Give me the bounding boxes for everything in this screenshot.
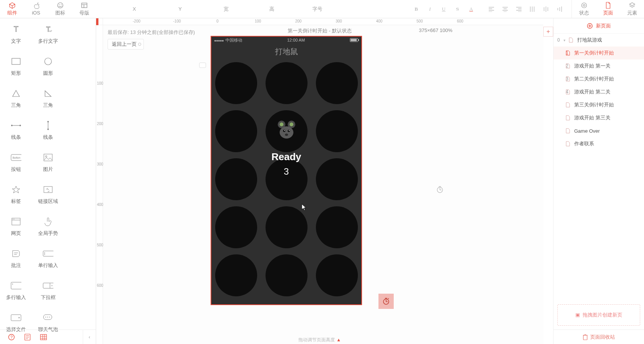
page-label: Game Over [574,128,600,134]
component-web[interactable]: 网页 [0,211,32,243]
notes-icon[interactable] [24,333,31,341]
cube-icon [9,2,16,9]
text-icon: T [11,24,21,35]
hole[interactable] [316,206,358,248]
add-page-tab[interactable]: + [543,27,553,37]
component-tri[interactable]: 三角 [0,82,32,114]
component-textarea[interactable]: 多行输入 [0,275,32,307]
drop-zone[interactable]: ▣ 拖拽图片创建新页 [557,304,640,326]
component-line2[interactable]: 线条 [32,114,64,146]
hole[interactable] [215,110,257,152]
underline-button[interactable]: U [440,6,447,12]
hole[interactable] [316,254,358,296]
circle-icon [43,56,53,67]
grid-icon[interactable] [40,333,47,341]
svg-rect-24 [11,282,21,289]
hole[interactable] [215,158,257,200]
hole[interactable] [215,62,257,104]
collapse-left-button[interactable]: ‹ [83,330,96,344]
page-row[interactable]: 1第一关倒计时开始 [554,47,644,59]
page-file-icon [566,50,572,56]
align-right-button[interactable] [516,6,523,12]
timer-float-icon[interactable] [436,185,444,194]
component-linkarea[interactable]: 链接区域 [32,178,64,211]
svg-rect-3 [82,3,87,8]
button-icon: Button [11,152,21,163]
top-tab-masters[interactable]: 母版 [72,0,96,18]
page-row[interactable]: 0▾打地鼠游戏 [554,34,644,47]
top-tab-icons[interactable]: 图标 [48,0,72,18]
page-row[interactable]: Game Over [554,124,644,137]
distribute-3-button[interactable] [557,6,564,12]
hole[interactable] [266,62,308,104]
svg-point-47 [284,130,285,131]
component-annot[interactable]: 批注 [0,243,32,275]
canvas-area[interactable]: -200-1000100200300400500600 100200300400… [96,18,543,344]
coord-w: 宽 [211,6,241,13]
svg-point-18 [45,156,47,157]
align-center-button[interactable] [502,6,509,12]
hole[interactable] [266,254,308,296]
hole[interactable] [266,158,308,200]
component-line[interactable]: 线条 [0,114,32,146]
textarea-icon [11,280,21,291]
component-button[interactable]: Button按钮 [0,146,32,178]
component-image[interactable]: 图片 [32,146,64,178]
top-tab-ios[interactable]: iOS [24,0,48,18]
component-input[interactable]: 单行输入 [32,243,64,275]
hole[interactable] [316,158,358,200]
ruler-horizontal[interactable]: -200-1000100200300400500600 [103,18,543,25]
hole[interactable] [215,254,257,296]
help-icon[interactable]: ? [8,333,15,341]
coord-y: Y [165,6,195,12]
svg-rect-9 [12,58,20,64]
page-row[interactable]: 2游戏开始 第一关 [554,59,644,72]
component-text[interactable]: T文字 [0,18,32,50]
ruler-vertical[interactable]: 100200300400500600 [96,25,103,344]
strike-button[interactable]: S [454,6,461,12]
device-frame[interactable]: 中国移动 12:00 AM 打地鼠 Ready 3 [211,36,362,305]
component-circle[interactable]: 圆形 [32,50,64,82]
svg-point-42 [280,122,283,126]
back-button[interactable]: 返回上一页 [108,39,144,50]
right-tab-state[interactable]: 状态 [572,0,596,18]
page-row[interactable]: 作者联系 [554,137,644,150]
component-tag[interactable]: 标签 [0,178,32,211]
trash-icon [583,334,588,340]
svg-point-45 [283,130,285,132]
component-gesture[interactable]: 全局手势 [32,211,64,243]
component-multitext[interactable]: T↵多行文字 [32,18,64,50]
recycle-bin-button[interactable]: 页面回收站 [554,330,644,344]
hole[interactable] [215,206,257,248]
hole[interactable] [316,110,358,152]
page-row[interactable]: 3第二关倒计时开始 [554,72,644,85]
page-file-icon [566,63,572,69]
component-select[interactable]: 下拉框 [32,275,64,307]
distribute-2-button[interactable] [543,6,550,12]
text-color-button[interactable]: A [468,6,475,12]
hole[interactable] [316,62,358,104]
file-icon [11,312,21,323]
pages-panel: 新页面 0▾打地鼠游戏1第一关倒计时开始2游戏开始 第一关3第二关倒计时开始4游… [553,18,644,344]
page-file-icon [566,115,572,121]
ruler-handle[interactable] [199,63,206,68]
component-tri2[interactable]: 三角 [32,82,64,114]
page-row[interactable]: 第三关倒计时开始 [554,98,644,111]
new-page-button[interactable]: 新页面 [554,18,644,34]
hole[interactable] [266,110,308,152]
timer-chip[interactable] [378,294,394,309]
hole[interactable] [266,206,308,248]
component-rect[interactable]: 矩形 [0,50,32,82]
italic-button[interactable]: I [427,6,433,12]
top-tab-components[interactable]: 组件 [0,0,24,18]
page-label: 第一关倒计时开始 [574,50,614,56]
align-left-button[interactable] [488,6,495,12]
page-row[interactable]: 游戏开始 第三关 [554,111,644,124]
bold-button[interactable]: B [413,6,420,12]
right-tab-page[interactable]: 页面 [596,0,620,18]
master-icon [81,2,88,9]
distribute-1-button[interactable] [530,6,536,12]
page-row[interactable]: 4游戏开始 第二关 [554,85,644,98]
right-tab-element[interactable]: 元素 [620,0,644,18]
resize-hint: 拖动调节页面高度 ▲ [298,337,341,343]
